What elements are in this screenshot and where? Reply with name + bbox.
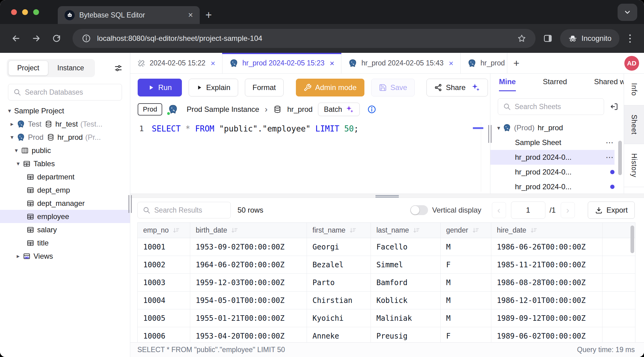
admin-mode-button[interactable]: Admin mode: [296, 79, 364, 96]
tab-search-chevron-button[interactable]: [618, 4, 637, 21]
caret-down-icon[interactable]: ▾: [5, 107, 14, 114]
editor-tab-3[interactable]: hr_prod 2024-02-05 15:43 ×: [341, 53, 460, 73]
instance-name[interactable]: Prod Sample Instance: [187, 105, 259, 114]
splitter-handle[interactable]: [488, 125, 492, 143]
address-bar[interactable]: localhost:8080/sql-editor/sheet/project-…: [73, 29, 536, 48]
sheets-search-input[interactable]: [515, 103, 599, 111]
vertical-display-toggle[interactable]: [410, 205, 428, 215]
tab-project[interactable]: Project: [8, 61, 48, 76]
sheet-item[interactable]: hr_prod 2024-0...: [490, 179, 615, 194]
browser-menu-button[interactable]: [624, 34, 636, 43]
tab-starred[interactable]: Starred: [543, 77, 567, 90]
sheets-scrollbar-thumb[interactable]: [618, 141, 622, 175]
tree-item-table-salary[interactable]: salary: [0, 223, 130, 236]
tab-history[interactable]: History: [624, 144, 644, 187]
forward-button[interactable]: [28, 30, 44, 46]
minimize-window-button[interactable]: [22, 9, 28, 15]
results-scrollbar-thumb[interactable]: [630, 226, 634, 253]
close-tab-icon[interactable]: ×: [211, 59, 215, 67]
editor-tab-4[interactable]: hr_prod 2024-0: [461, 53, 507, 73]
sheet-item[interactable]: hr_prod 2024-0...: [490, 165, 615, 179]
tree-item-database-prod[interactable]: ▾ Prod hr_prod (Pr...: [0, 131, 130, 144]
database-name[interactable]: hr_prod: [287, 105, 313, 114]
sort-icon[interactable]: [472, 227, 479, 234]
column-header[interactable]: birth_date: [190, 223, 307, 238]
connection-info-icon[interactable]: [367, 105, 376, 114]
browser-tab[interactable]: Bytebase SQL Editor ×: [58, 6, 200, 24]
tree-item-table-dept-emp[interactable]: dept_emp: [0, 183, 130, 197]
caret-right-icon[interactable]: ▸: [7, 120, 17, 128]
batch-button[interactable]: Batch: [318, 103, 360, 116]
sheet-menu-icon[interactable]: ⋯: [606, 153, 615, 162]
run-button[interactable]: Run: [138, 79, 182, 96]
sql-code-editor[interactable]: 1 SELECT * FROM "public"."employee" LIMI…: [130, 120, 490, 194]
explain-button[interactable]: Explain: [189, 79, 238, 96]
filter-sliders-icon[interactable]: [114, 64, 123, 73]
sheet-item-selected[interactable]: hr_prod 2024-0... ⋯: [490, 150, 615, 165]
close-tab-icon[interactable]: ×: [188, 11, 193, 19]
close-tab-icon[interactable]: ×: [330, 59, 334, 67]
sheets-search[interactable]: [498, 98, 604, 115]
tree-item-table-department[interactable]: department: [0, 170, 130, 183]
format-button[interactable]: Format: [245, 79, 284, 96]
caret-down-icon[interactable]: ▾: [12, 147, 21, 154]
results-splitter[interactable]: [130, 194, 644, 198]
tab-info[interactable]: Info: [624, 74, 644, 105]
sheet-item[interactable]: Sample Sheet ⋯: [490, 135, 615, 150]
column-header[interactable]: emp_no: [138, 223, 190, 238]
collapse-panel-icon[interactable]: [610, 102, 619, 111]
database-search-input[interactable]: [25, 88, 117, 96]
sort-icon[interactable]: [349, 227, 356, 234]
caret-down-icon[interactable]: ▾: [14, 160, 23, 167]
tab-shared-with-me[interactable]: Shared w: [594, 77, 624, 90]
results-search-input[interactable]: [154, 206, 226, 214]
splitter-handle[interactable]: [375, 194, 399, 198]
tree-item-database-test[interactable]: ▸ Test hr_test (Test...: [0, 117, 130, 131]
tab-sheet[interactable]: Sheet: [624, 105, 644, 144]
page-input[interactable]: [511, 202, 545, 219]
tree-item-tables-group[interactable]: ▾ Tables: [0, 157, 130, 170]
prev-page-button[interactable]: ‹: [492, 202, 506, 218]
column-header[interactable]: hire_date: [491, 223, 603, 238]
sort-icon[interactable]: [231, 227, 238, 234]
results-search[interactable]: [137, 202, 231, 218]
sheet-menu-icon[interactable]: ⋯: [606, 138, 615, 147]
sort-icon[interactable]: [172, 227, 180, 234]
caret-down-icon[interactable]: ▾: [495, 124, 503, 131]
tree-item-schema-public[interactable]: ▾ public: [0, 144, 130, 157]
maximize-window-button[interactable]: [33, 9, 39, 15]
database-search[interactable]: [8, 84, 122, 100]
sidebar-resize-handle[interactable]: [128, 195, 132, 213]
tree-item-table-dept-manager[interactable]: dept_manager: [0, 197, 130, 210]
tree-item-table-title[interactable]: title: [0, 236, 130, 249]
tree-item-table-employee[interactable]: employee: [0, 210, 130, 223]
sort-icon[interactable]: [413, 227, 420, 234]
share-button[interactable]: Share: [426, 79, 488, 96]
close-window-button[interactable]: [11, 9, 17, 15]
column-header[interactable]: gender: [441, 223, 491, 238]
editor-minimap[interactable]: [481, 122, 488, 192]
bookmark-star-icon[interactable]: [517, 34, 526, 43]
editor-tab-2-active[interactable]: hr_prod 2024-02-05 15:23 ×: [222, 53, 341, 73]
save-button[interactable]: Save: [371, 79, 415, 96]
side-panel-icon[interactable]: [540, 30, 556, 46]
column-header[interactable]: first_name: [307, 223, 371, 238]
caret-down-icon[interactable]: ▾: [7, 134, 17, 141]
user-avatar[interactable]: AD: [624, 56, 639, 71]
reload-button[interactable]: [49, 30, 65, 46]
tab-mine[interactable]: Mine: [499, 77, 516, 91]
column-header[interactable]: last_name: [371, 223, 441, 238]
export-button[interactable]: Export: [588, 202, 635, 219]
site-info-icon[interactable]: [82, 34, 91, 43]
tree-item-project[interactable]: ▾ Sample Project: [0, 104, 130, 117]
caret-right-icon[interactable]: ▸: [14, 253, 23, 260]
close-tab-icon[interactable]: ×: [449, 59, 454, 67]
tab-instance[interactable]: Instance: [48, 61, 93, 75]
new-tab-button[interactable]: +: [200, 6, 218, 24]
next-page-button[interactable]: ›: [561, 202, 575, 218]
sheet-group-row[interactable]: ▾ (Prod) hr_prod: [490, 120, 615, 135]
new-sheet-tab-button[interactable]: +: [507, 53, 526, 73]
editor-tab-1[interactable]: 2024-02-05 15:22 ×: [130, 53, 222, 73]
tree-item-views-group[interactable]: ▸ Views: [0, 249, 130, 263]
back-button[interactable]: [8, 30, 24, 46]
